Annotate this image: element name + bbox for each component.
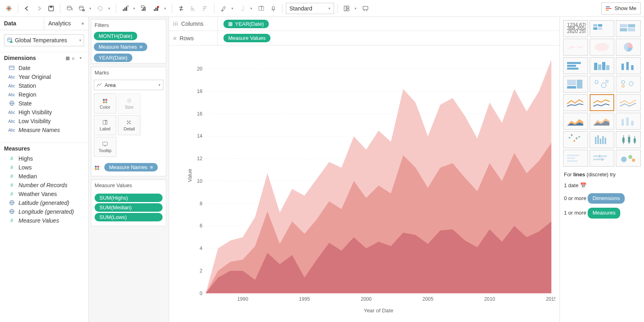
highlight-icon[interactable] — [218, 3, 229, 14]
measure-field[interactable]: #Measure Values — [0, 216, 88, 225]
viz-type-thumb[interactable] — [616, 113, 641, 130]
viz-type-thumb[interactable] — [563, 39, 588, 56]
svg-text:6: 6 — [200, 223, 202, 229]
svg-text:4: 4 — [200, 246, 202, 251]
viz-type-thumb[interactable] — [590, 57, 615, 74]
pill-menu-icon[interactable]: ≡ — [139, 44, 142, 50]
measure-field[interactable]: #Number of Records — [0, 181, 88, 190]
marks-label-button[interactable]: TLabel — [94, 115, 116, 135]
search-icon[interactable]: ⌕ — [72, 56, 75, 60]
measure-field[interactable]: #Lows — [0, 163, 88, 172]
pin-icon[interactable] — [268, 3, 279, 14]
viz-type-thumb[interactable] — [563, 76, 588, 93]
viz-type-thumb[interactable] — [616, 76, 641, 93]
show-me-button[interactable]: Show Me — [601, 2, 641, 14]
group-icon[interactable] — [237, 3, 248, 14]
plus-icon[interactable]: ⊞ — [228, 21, 233, 27]
viz-type-thumb[interactable] — [590, 94, 615, 111]
viz-type-thumb[interactable] — [616, 39, 641, 56]
svg-point-55 — [103, 99, 105, 101]
dimension-field[interactable]: AbcYear Original — [0, 72, 88, 81]
pill-menu-icon[interactable]: ≡ — [150, 164, 153, 170]
sort-asc-icon[interactable] — [188, 3, 199, 14]
dropdown-arrow-icon[interactable]: ▾ — [106, 6, 113, 10]
viz-type-thumb[interactable] — [616, 94, 641, 111]
dropdown-arrow-icon[interactable]: ▾ — [352, 6, 359, 10]
filter-pill[interactable]: MONTH(Date) — [94, 32, 137, 40]
filter-pill[interactable]: YEAR(Date) — [94, 54, 132, 62]
dimension-field[interactable]: Date — [0, 64, 88, 72]
dropdown-arrow-icon[interactable]: ▾ — [87, 6, 94, 10]
measure-field[interactable]: Latitude (generated) — [0, 198, 88, 207]
viz-type-thumb[interactable] — [590, 20, 615, 37]
mv-pill[interactable]: SUM(Lows) — [95, 213, 163, 221]
tab-analytics[interactable]: Analytics◆ — [44, 17, 88, 30]
duplicate-sheet-icon[interactable] — [138, 3, 150, 14]
labels-icon[interactable]: T — [256, 3, 267, 14]
marks-detail-button[interactable]: Detail — [118, 115, 140, 135]
viz-type-thumb[interactable] — [590, 39, 615, 56]
dropdown-arrow-icon[interactable]: ▾ — [229, 6, 236, 10]
tableau-logo-icon[interactable] — [3, 3, 14, 14]
dimension-field[interactable]: AbcHigh Visibility — [0, 108, 88, 117]
viz-type-thumb[interactable] — [590, 150, 615, 167]
viz-type-thumb[interactable] — [563, 150, 588, 167]
viz-type-thumb[interactable] — [616, 131, 641, 148]
rows-shelf[interactable]: ≡Rows Measure Values — [169, 31, 559, 45]
viz-type-thumb[interactable] — [590, 131, 615, 148]
swap-icon[interactable] — [175, 3, 187, 14]
field-type-icon — [8, 209, 15, 215]
dimension-field[interactable]: AbcLow Visibility — [0, 117, 88, 126]
dimension-field[interactable]: State — [0, 99, 88, 108]
columns-shelf[interactable]: iiiColumns ⊞YEAR(Date) — [169, 17, 559, 31]
chart-canvas[interactable]: 0246810121416182019901995200020052010201… — [169, 45, 559, 322]
viz-type-thumb[interactable]: 1234 678368 35542620 2559 — [563, 20, 588, 37]
undo-icon[interactable] — [21, 3, 33, 14]
mv-pill[interactable]: SUM(Median) — [95, 203, 163, 212]
viz-type-thumb[interactable] — [616, 20, 641, 37]
mv-pill[interactable]: SUM(Highs) — [95, 194, 163, 202]
marks-color-pill[interactable]: Measure Names≡ — [104, 163, 158, 171]
dropdown-arrow-icon[interactable]: ▾ — [248, 6, 255, 10]
new-datasource-icon[interactable]: + — [64, 3, 75, 14]
dropdown-arrow-icon[interactable]: ▾ — [77, 56, 84, 60]
datasource-select[interactable]: Global Temperatures▾ — [4, 34, 84, 46]
show-cards-icon[interactable] — [341, 3, 352, 14]
dropdown-arrow-icon[interactable]: ▾ — [131, 6, 138, 10]
measure-field[interactable]: #Weather Vanes — [0, 190, 88, 198]
presentation-icon[interactable] — [360, 3, 371, 14]
save-icon[interactable] — [45, 3, 57, 14]
dimension-field[interactable]: AbcRegion — [0, 90, 88, 99]
tab-data[interactable]: Data — [0, 17, 44, 30]
refresh-icon[interactable] — [95, 3, 106, 14]
measure-field[interactable]: #Median — [0, 172, 88, 181]
viz-type-thumb[interactable] — [616, 57, 641, 74]
columns-pill[interactable]: ⊞YEAR(Date) — [223, 20, 269, 28]
marks-color-button[interactable]: Color — [94, 93, 116, 114]
new-worksheet-icon[interactable]: + — [120, 3, 131, 14]
measure-field[interactable]: Longitude (generated) — [0, 207, 88, 216]
marks-size-button[interactable]: Size — [118, 93, 140, 114]
viz-type-thumb[interactable] — [563, 113, 588, 130]
viz-type-thumb[interactable] — [563, 94, 588, 111]
viz-type-thumb[interactable]: ++ — [563, 131, 588, 148]
clear-sheet-icon[interactable] — [151, 3, 162, 14]
filter-pill[interactable]: Measure Names≡ — [94, 43, 147, 51]
mark-type-select[interactable]: Area▾ — [94, 80, 163, 90]
svg-rect-112 — [628, 24, 635, 27]
sort-desc-icon[interactable] — [200, 3, 211, 14]
pause-data-icon[interactable] — [76, 3, 87, 14]
viz-type-thumb[interactable] — [590, 113, 615, 130]
measures-pill: Measures — [588, 208, 620, 219]
viz-type-thumb[interactable] — [590, 76, 615, 93]
viz-type-thumb[interactable] — [563, 57, 588, 74]
dropdown-arrow-icon[interactable]: ▾ — [162, 6, 169, 10]
fit-select[interactable]: Standard▾ — [286, 3, 334, 14]
rows-pill[interactable]: Measure Values — [223, 34, 270, 42]
view-as-icon[interactable]: ▦ — [66, 56, 70, 61]
measure-field[interactable]: #Highs — [0, 154, 88, 163]
marks-tooltip-button[interactable]: Tooltip — [94, 137, 116, 157]
dimension-field[interactable]: AbcStation — [0, 81, 88, 90]
dimension-field[interactable]: AbcMeasure Names — [0, 126, 88, 134]
viz-type-thumb[interactable] — [616, 150, 641, 167]
